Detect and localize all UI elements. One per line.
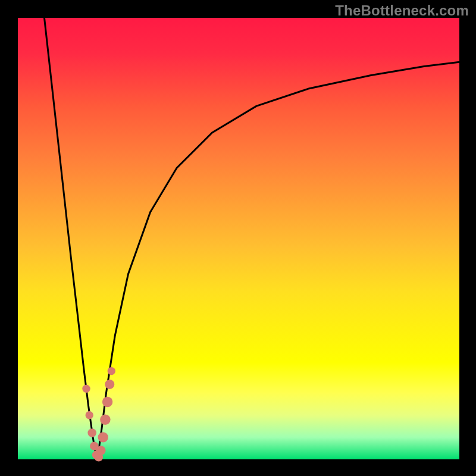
marker-dot — [96, 446, 106, 455]
marker-dot — [82, 385, 90, 393]
marker-dot — [86, 411, 93, 419]
plot-area — [18, 18, 459, 459]
marker-dot — [98, 432, 108, 442]
marker-dot — [102, 397, 112, 407]
chart-svg — [18, 18, 459, 459]
marker-dot — [108, 367, 115, 375]
marker-dot — [105, 380, 114, 389]
chart-frame: TheBottleneck.com — [0, 0, 476, 476]
curve-right — [98, 62, 459, 459]
curve-left — [45, 18, 98, 459]
valley-markers — [82, 367, 115, 462]
marker-dot — [100, 415, 110, 425]
marker-dot — [87, 428, 96, 437]
watermark-text: TheBottleneck.com — [335, 2, 469, 19]
